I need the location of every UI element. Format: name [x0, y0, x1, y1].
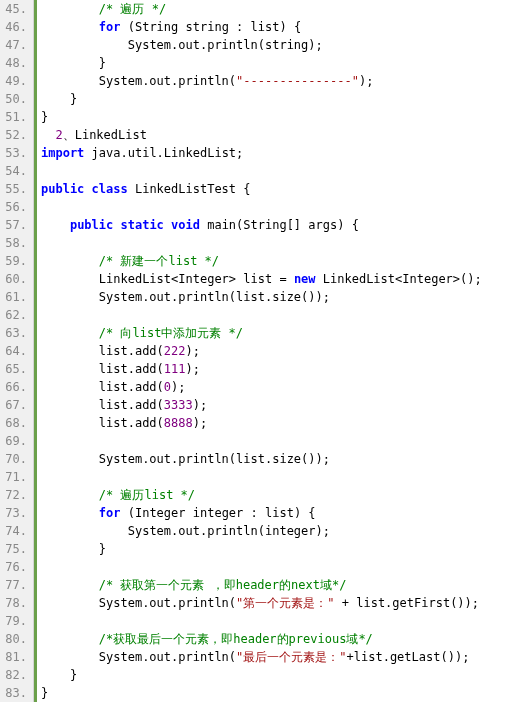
code-token: main(String[] args) { [200, 218, 359, 232]
code-token: ); [171, 380, 185, 394]
code-token: System.out.println( [99, 74, 236, 88]
code-line: list.add(3333); [41, 396, 529, 414]
code-line: } [41, 90, 529, 108]
code-line: for (String string : list) { [41, 18, 529, 36]
code-token: System.out.println(string); [128, 38, 323, 52]
line-number: 51. [3, 108, 27, 126]
line-number: 75. [3, 540, 27, 558]
line-number: 72. [3, 486, 27, 504]
code-token: for [99, 20, 121, 34]
line-number: 50. [3, 90, 27, 108]
line-number: 62. [3, 306, 27, 324]
code-editor: 45.46.47.48.49.50.51.52.53.54.55.56.57.5… [0, 0, 529, 702]
code-line [41, 198, 529, 216]
code-line: System.out.println(string); [41, 36, 529, 54]
code-token: ); [186, 344, 200, 358]
code-token: for [99, 506, 121, 520]
code-token: list.add( [99, 380, 164, 394]
code-token: 111 [164, 362, 186, 376]
code-line: public class LinkedListTest { [41, 180, 529, 198]
code-line: /* 遍历 */ [41, 0, 529, 18]
line-number: 71. [3, 468, 27, 486]
code-token: 8888 [164, 416, 193, 430]
line-number: 59. [3, 252, 27, 270]
line-number: 52. [3, 126, 27, 144]
code-token: ); [193, 398, 207, 412]
line-number: 63. [3, 324, 27, 342]
code-line: /* 新建一个list */ [41, 252, 529, 270]
code-line: } [41, 666, 529, 684]
code-line: 2、LinkedList [41, 126, 529, 144]
code-token: ); [193, 416, 207, 430]
code-token: "第一个元素是：" [236, 596, 334, 610]
line-number: 77. [3, 576, 27, 594]
line-number: 65. [3, 360, 27, 378]
code-line: } [41, 54, 529, 72]
code-token: } [70, 668, 77, 682]
code-token: } [99, 56, 106, 70]
code-token: + list.getFirst()); [335, 596, 480, 610]
line-number: 61. [3, 288, 27, 306]
code-token: new [294, 272, 316, 286]
line-number: 58. [3, 234, 27, 252]
code-token: +list.getLast()); [347, 650, 470, 664]
code-line: System.out.println(list.size()); [41, 450, 529, 468]
code-line: System.out.println("最后一个元素是："+list.getLa… [41, 648, 529, 666]
code-token: list.add( [99, 416, 164, 430]
code-line: } [41, 540, 529, 558]
line-number: 78. [3, 594, 27, 612]
code-line: list.add(8888); [41, 414, 529, 432]
code-line: System.out.println(integer); [41, 522, 529, 540]
code-line [41, 432, 529, 450]
code-token: 、LinkedList [63, 128, 147, 142]
code-line: import java.util.LinkedList; [41, 144, 529, 162]
code-token: } [41, 686, 48, 700]
code-token: list.add( [99, 344, 164, 358]
code-token: 2 [55, 128, 62, 142]
code-line: /* 遍历list */ [41, 486, 529, 504]
code-token: System.out.println( [99, 596, 236, 610]
code-token: (String string : list) { [120, 20, 301, 34]
line-number: 67. [3, 396, 27, 414]
code-line: list.add(222); [41, 342, 529, 360]
line-number: 48. [3, 54, 27, 72]
code-token: System.out.println(integer); [128, 524, 330, 538]
code-line: System.out.println("---------------"); [41, 72, 529, 90]
comment-text: /* 新建一个list */ [41, 254, 219, 268]
line-number: 49. [3, 72, 27, 90]
code-token: list.add( [99, 362, 164, 376]
code-line [41, 306, 529, 324]
code-token: } [70, 92, 77, 106]
code-token: list.add( [99, 398, 164, 412]
line-number: 70. [3, 450, 27, 468]
code-line [41, 162, 529, 180]
code-line [41, 612, 529, 630]
code-token: } [41, 110, 48, 124]
comment-text: /* 获取第一个元素 ，即header的next域*/ [41, 578, 346, 592]
code-line [41, 468, 529, 486]
line-number-gutter: 45.46.47.48.49.50.51.52.53.54.55.56.57.5… [0, 0, 34, 702]
code-token: System.out.println(list.size()); [99, 290, 330, 304]
code-token: LinkedList<Integer>(); [316, 272, 482, 286]
code-token: (Integer integer : list) { [120, 506, 315, 520]
code-line: list.add(111); [41, 360, 529, 378]
code-token: public class [41, 182, 128, 196]
code-token: LinkedList<Integer> list = [99, 272, 294, 286]
line-number: 57. [3, 216, 27, 234]
code-token: LinkedListTest { [128, 182, 251, 196]
comment-text: /*获取最后一个元素，即header的previous域*/ [41, 632, 373, 646]
code-token: } [99, 542, 106, 556]
code-line: /*获取最后一个元素，即header的previous域*/ [41, 630, 529, 648]
code-token: System.out.println( [99, 650, 236, 664]
line-number: 64. [3, 342, 27, 360]
line-number: 73. [3, 504, 27, 522]
line-number: 46. [3, 18, 27, 36]
code-line: list.add(0); [41, 378, 529, 396]
line-number: 83. [3, 684, 27, 702]
code-line: /* 向list中添加元素 */ [41, 324, 529, 342]
code-line: for (Integer integer : list) { [41, 504, 529, 522]
code-token: ); [359, 74, 373, 88]
line-number: 55. [3, 180, 27, 198]
code-line [41, 558, 529, 576]
code-token: "---------------" [236, 74, 359, 88]
